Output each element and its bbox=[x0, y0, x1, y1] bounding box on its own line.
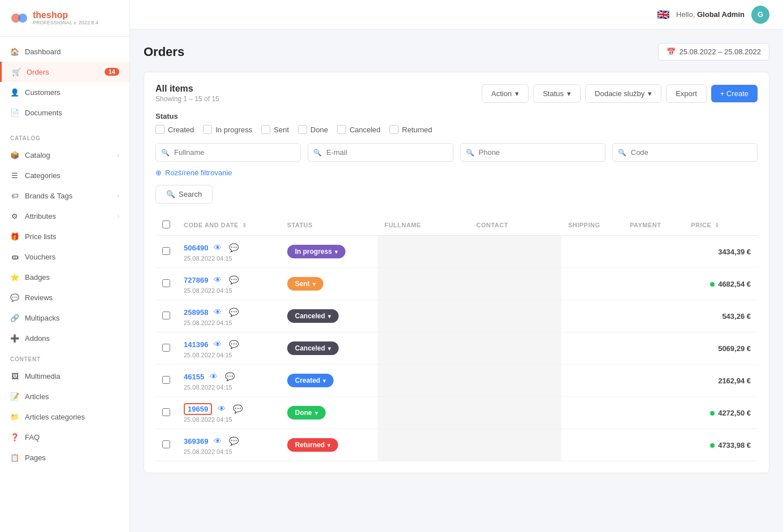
sidebar-item-dashboard[interactable]: 🏠 Dashboard bbox=[0, 41, 129, 62]
status-badge[interactable]: Sent ▾ bbox=[287, 277, 323, 291]
row-checkbox[interactable] bbox=[162, 344, 170, 352]
app-version: PROFESSIONAL v. 2022.8.4 bbox=[33, 20, 98, 25]
select-all-checkbox[interactable] bbox=[162, 220, 170, 228]
catalog-icon: 📦 bbox=[10, 150, 19, 159]
sidebar-item-vouchers[interactable]: 🎟 Vouchers bbox=[0, 246, 129, 267]
status-checkbox-returned[interactable] bbox=[390, 125, 399, 134]
row-checkbox[interactable] bbox=[162, 247, 170, 255]
row-code-date: 258958👁💬25.08.2022 04:15 bbox=[177, 300, 280, 332]
table-row: 727869👁💬25.08.2022 04:15Sent ▾4682,54 € bbox=[155, 268, 758, 300]
sidebar-item-multipacks[interactable]: 🔗 Multipacks bbox=[0, 308, 129, 328]
status-filters: Created In progress Sent Done bbox=[155, 125, 758, 134]
create-button[interactable]: + Create bbox=[711, 85, 758, 102]
status-checkbox-inprogress[interactable] bbox=[203, 125, 212, 134]
status-badge[interactable]: Returned ▾ bbox=[287, 438, 339, 452]
sidebar-item-faq[interactable]: ❓ FAQ bbox=[0, 427, 129, 447]
status-filter-canceled[interactable]: Canceled bbox=[337, 125, 380, 134]
page-title: Orders bbox=[144, 45, 184, 59]
view-icon[interactable]: 👁 bbox=[211, 435, 224, 447]
action-button[interactable]: Action ▾ bbox=[482, 84, 529, 103]
sidebar-item-price-lists[interactable]: 🎁 Price lists bbox=[0, 226, 129, 246]
code-input[interactable] bbox=[612, 143, 758, 162]
row-actions: 👁💬 bbox=[211, 338, 240, 351]
status-badge[interactable]: Created ▾ bbox=[287, 374, 334, 387]
price-value: 4272,50 € bbox=[718, 409, 751, 417]
export-button[interactable]: Export bbox=[666, 84, 707, 103]
dodacie-button[interactable]: Dodacie služby ▾ bbox=[585, 84, 661, 103]
phone-input[interactable] bbox=[460, 143, 605, 162]
message-icon[interactable]: 💬 bbox=[227, 241, 240, 254]
message-icon[interactable]: 💬 bbox=[227, 435, 240, 447]
sidebar-item-articles-categories[interactable]: 📁 Articles categories bbox=[0, 406, 129, 427]
row-checkbox[interactable] bbox=[162, 279, 170, 287]
sidebar-item-brands-tags[interactable]: 🏷 Brands & Tags › bbox=[0, 185, 129, 206]
row-checkbox[interactable] bbox=[162, 376, 170, 384]
status-checkbox-canceled[interactable] bbox=[337, 125, 346, 134]
order-code-link[interactable]: 369369 bbox=[184, 437, 208, 446]
status-badge[interactable]: Done ▾ bbox=[287, 406, 326, 419]
status-filter-label-canceled: Canceled bbox=[349, 126, 380, 134]
status-checkbox-done[interactable] bbox=[298, 125, 307, 134]
avatar[interactable]: G bbox=[751, 6, 769, 24]
calendar-icon: 📅 bbox=[667, 47, 676, 56]
sidebar-item-badges[interactable]: ⭐ Badges bbox=[0, 267, 129, 287]
message-icon[interactable]: 💬 bbox=[227, 338, 240, 351]
sidebar-item-attributes[interactable]: ⚙ Attributes › bbox=[0, 206, 129, 226]
view-icon[interactable]: 👁 bbox=[211, 338, 224, 351]
attributes-chevron-icon: › bbox=[118, 213, 119, 219]
order-code-link[interactable]: 141396 bbox=[184, 340, 208, 349]
row-checkbox[interactable] bbox=[162, 408, 170, 416]
status-checkbox-sent[interactable] bbox=[261, 125, 270, 134]
date-range-button[interactable]: 📅 25.08.2022 – 25.08.2022 bbox=[658, 43, 769, 60]
status-filter-done[interactable]: Done bbox=[298, 125, 328, 134]
row-shipping bbox=[561, 365, 623, 397]
order-code-link[interactable]: 727869 bbox=[184, 276, 208, 284]
sidebar-item-addons[interactable]: ➕ Addons bbox=[0, 328, 129, 348]
sidebar-item-categories[interactable]: ☰ Categories bbox=[0, 165, 129, 185]
view-icon[interactable]: 👁 bbox=[211, 241, 224, 254]
view-icon[interactable]: 👁 bbox=[215, 403, 228, 415]
order-code-link[interactable]: 506490 bbox=[184, 244, 208, 252]
sidebar-item-catalog[interactable]: 📦 Catalog › bbox=[0, 145, 129, 165]
status-filter-created[interactable]: Created bbox=[155, 125, 194, 134]
row-checkbox[interactable] bbox=[162, 440, 170, 448]
status-badge[interactable]: Canceled ▾ bbox=[287, 309, 339, 323]
row-checkbox[interactable] bbox=[162, 312, 170, 319]
sidebar-item-orders[interactable]: 🛒 Orders 14 bbox=[0, 62, 129, 82]
view-icon[interactable]: 👁 bbox=[211, 306, 224, 318]
sidebar-item-articles[interactable]: 📝 Articles bbox=[0, 386, 129, 406]
status-badge[interactable]: Canceled ▾ bbox=[287, 341, 339, 355]
order-date: 25.08.2022 04:15 bbox=[184, 319, 274, 326]
view-icon[interactable]: 👁 bbox=[211, 274, 224, 286]
sidebar-item-customers[interactable]: 👤 Customers bbox=[0, 82, 129, 102]
language-flag[interactable]: 🇬🇧 bbox=[657, 8, 669, 21]
status-checkbox-created[interactable] bbox=[155, 125, 165, 134]
status-filter-sent[interactable]: Sent bbox=[261, 125, 289, 134]
advanced-filter-toggle[interactable]: ⊕ Rozšírené filtrovanie bbox=[155, 168, 758, 177]
view-icon[interactable]: 👁 bbox=[207, 370, 220, 383]
fullname-input[interactable] bbox=[155, 143, 301, 162]
status-filter-inprogress[interactable]: In progress bbox=[203, 125, 252, 134]
sidebar-item-pages[interactable]: 📋 Pages bbox=[0, 447, 129, 468]
content-area: Orders 📅 25.08.2022 – 25.08.2022 All ite… bbox=[130, 29, 783, 532]
row-code-date: 46155👁💬25.08.2022 04:15 bbox=[177, 365, 280, 397]
message-icon[interactable]: 💬 bbox=[223, 370, 236, 383]
sidebar-item-multimedia[interactable]: 🖼 Multimedia bbox=[0, 366, 129, 386]
sidebar-item-reviews[interactable]: 💬 Reviews bbox=[0, 287, 129, 308]
code-date-sort-icon: ⇕ bbox=[242, 222, 247, 228]
email-input[interactable] bbox=[308, 143, 453, 162]
brands-icon: 🏷 bbox=[10, 191, 19, 200]
message-icon[interactable]: 💬 bbox=[227, 274, 240, 286]
status-button[interactable]: Status ▾ bbox=[533, 84, 581, 103]
order-code-link[interactable]: 258958 bbox=[184, 308, 208, 317]
order-code-link[interactable]: 19659 bbox=[184, 403, 212, 415]
search-button[interactable]: 🔍 Search bbox=[155, 185, 213, 204]
order-code-link[interactable]: 46155 bbox=[184, 373, 204, 381]
status-badge[interactable]: In progress ▾ bbox=[287, 245, 345, 258]
documents-icon: 📄 bbox=[10, 108, 19, 117]
message-icon[interactable]: 💬 bbox=[227, 306, 240, 318]
row-fullname bbox=[378, 268, 469, 300]
sidebar-item-documents[interactable]: 📄 Documents bbox=[0, 102, 129, 123]
message-icon[interactable]: 💬 bbox=[231, 403, 244, 415]
status-filter-returned[interactable]: Returned bbox=[390, 125, 432, 134]
